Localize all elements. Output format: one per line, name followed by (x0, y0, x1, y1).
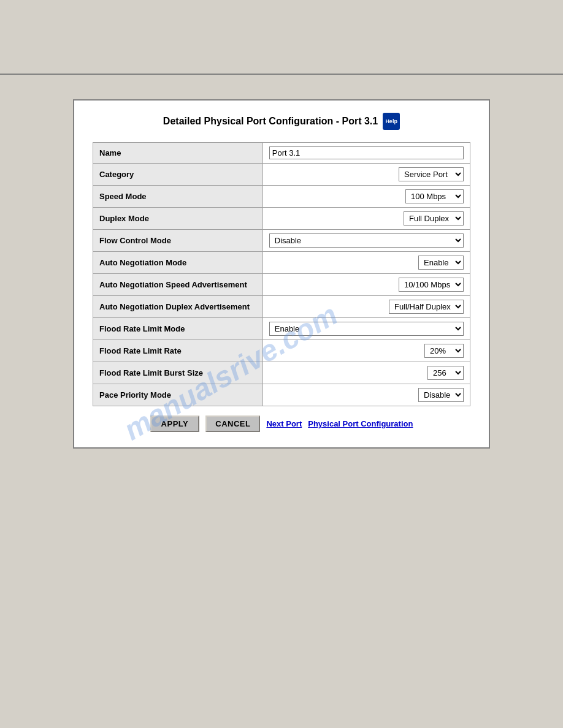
name-row: Name (93, 143, 470, 164)
flood-rate-burst-label: Flood Rate Limit Burst Size (93, 362, 263, 384)
next-port-link[interactable]: Next Port (266, 419, 302, 428)
category-label: Category (93, 164, 263, 186)
flood-rate-burst-cell: 641282565121024 (262, 362, 470, 384)
auto-neg-duplex-cell: Full DuplexHalf DuplexFull/Half Duplex (262, 296, 470, 318)
auto-neg-speed-cell: 10 Mbps100 Mbps10/100 Mbps1000 Mbps (262, 274, 470, 296)
duplex-mode-row: Duplex Mode Full DuplexHalf DuplexAuto (93, 208, 470, 230)
auto-neg-duplex-select[interactable]: Full DuplexHalf DuplexFull/Half Duplex (389, 300, 464, 314)
flood-rate-burst-select[interactable]: 641282565121024 (427, 366, 464, 380)
physical-port-config-link[interactable]: Physical Port Configuration (308, 419, 413, 428)
auto-neg-mode-cell: EnableDisable (262, 252, 470, 274)
pace-priority-mode-row: Pace Priority Mode DisableEnable (93, 384, 470, 406)
pace-priority-mode-cell: DisableEnable (262, 384, 470, 406)
auto-neg-mode-select[interactable]: EnableDisable (418, 256, 464, 270)
speed-mode-row: Speed Mode 10 Mbps100 Mbps1000 MbpsAuto (93, 186, 470, 208)
duplex-mode-label: Duplex Mode (93, 208, 263, 230)
flood-rate-rate-label: Flood Rate Limit Rate (93, 340, 263, 362)
name-input[interactable] (269, 146, 464, 159)
flood-rate-rate-select[interactable]: 5%10%20%50%100% (424, 344, 464, 358)
help-icon[interactable]: Help (383, 113, 400, 130)
pace-priority-mode-label: Pace Priority Mode (93, 384, 263, 406)
buttons-row: APPLY CANCEL Next Port Physical Port Con… (93, 415, 470, 432)
auto-neg-mode-row: Auto Negotiation Mode EnableDisable (93, 252, 470, 274)
duplex-mode-cell: Full DuplexHalf DuplexAuto (262, 208, 470, 230)
speed-mode-label: Speed Mode (93, 186, 263, 208)
flow-control-mode-cell: DisableEnable (262, 230, 470, 252)
page-title: Detailed Physical Port Configuration - P… (93, 113, 470, 130)
pace-priority-mode-select[interactable]: DisableEnable (418, 388, 464, 402)
flood-rate-rate-row: Flood Rate Limit Rate 5%10%20%50%100% (93, 340, 470, 362)
flow-control-mode-row: Flow Control Mode DisableEnable (93, 230, 470, 252)
name-label: Name (93, 143, 263, 164)
name-cell (262, 143, 470, 164)
auto-neg-speed-label: Auto Negotiation Speed Advertisement (93, 274, 263, 296)
speed-mode-select[interactable]: 10 Mbps100 Mbps1000 MbpsAuto (405, 189, 464, 203)
flow-control-mode-select[interactable]: DisableEnable (269, 233, 464, 248)
auto-neg-duplex-row: Auto Negotiation Duplex Advertisement Fu… (93, 296, 470, 318)
category-select[interactable]: Service PortNetwork PortTrunk Port (399, 167, 464, 181)
auto-neg-mode-label: Auto Negotiation Mode (93, 252, 263, 274)
auto-neg-speed-select[interactable]: 10 Mbps100 Mbps10/100 Mbps1000 Mbps (399, 278, 464, 292)
category-cell: Service PortNetwork PortTrunk Port (262, 164, 470, 186)
speed-mode-cell: 10 Mbps100 Mbps1000 MbpsAuto (262, 186, 470, 208)
flood-rate-mode-row: Flood Rate Limit Mode EnableDisable (93, 318, 470, 340)
duplex-mode-select[interactable]: Full DuplexHalf DuplexAuto (404, 211, 464, 226)
cancel-button[interactable]: CANCEL (205, 415, 260, 432)
flood-rate-mode-select[interactable]: EnableDisable (269, 322, 464, 336)
flow-control-mode-label: Flow Control Mode (93, 230, 263, 252)
config-table: Name Category Service PortNetwork PortTr… (93, 142, 470, 406)
flood-rate-burst-row: Flood Rate Limit Burst Size 641282565121… (93, 362, 470, 384)
auto-neg-duplex-label: Auto Negotiation Duplex Advertisement (93, 296, 263, 318)
flood-rate-mode-label: Flood Rate Limit Mode (93, 318, 263, 340)
flood-rate-rate-cell: 5%10%20%50%100% (262, 340, 470, 362)
category-row: Category Service PortNetwork PortTrunk P… (93, 164, 470, 186)
auto-neg-speed-row: Auto Negotiation Speed Advertisement 10 … (93, 274, 470, 296)
flood-rate-mode-cell: EnableDisable (262, 318, 470, 340)
apply-button[interactable]: APPLY (150, 415, 200, 432)
